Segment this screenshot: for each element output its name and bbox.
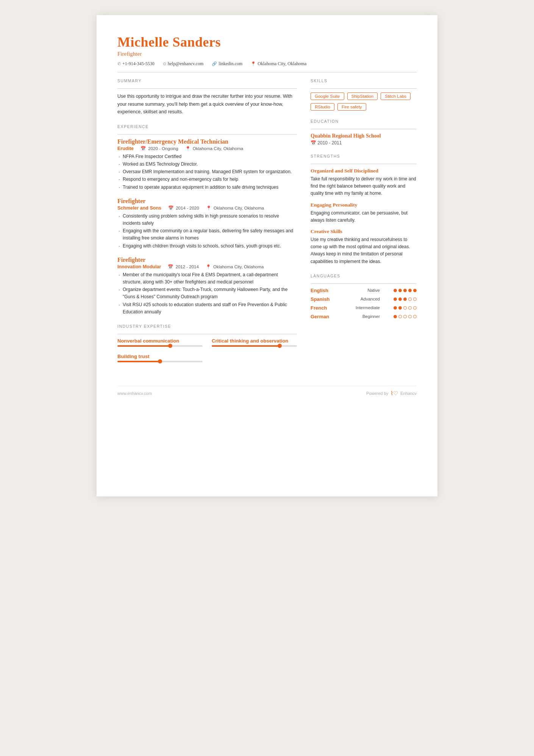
bullet: Engaging with the community on a regular…	[117, 227, 297, 242]
education-section: EDUCATION Quabbin Regional High School 📅…	[311, 119, 417, 146]
job-2-meta: Schmeler and Sons 📅 2014 - 2020 📍 Oklaho…	[117, 205, 297, 211]
dot	[403, 297, 407, 301]
contact-row: ✆ +1-914-345-5530 ⊙ help@enhancv.com 🔗 l…	[117, 61, 417, 67]
expertise-item-3-bar	[117, 361, 203, 362]
job-1-company: Erudite	[117, 146, 134, 151]
progress-dot	[168, 344, 172, 348]
job-1: Firefighter/Emergency Medical Technician…	[117, 138, 297, 191]
strength-2-text: Engaging communicator, can be persuasive…	[311, 210, 417, 224]
lang-spanish-dots	[393, 297, 417, 301]
expertise-item-3: Building trust	[117, 354, 203, 362]
skill-tags: Google Suite ShipStation Stitch Labs RSt…	[311, 92, 417, 111]
website-value: linkedin.com	[219, 61, 242, 67]
strengths-divider	[311, 164, 417, 164]
lang-english-level: Native	[350, 288, 380, 293]
bullet: Respond to emergency and non-emergency c…	[117, 176, 297, 183]
strength-3: Creative Skills Use my creative thinking…	[311, 229, 417, 265]
dot	[393, 297, 397, 301]
expertise-item-1: Nonverbal communication	[117, 338, 203, 347]
education-divider	[311, 129, 417, 129]
expertise-label: INDUSTRY EXPERTISE	[117, 324, 297, 329]
expertise-section: INDUSTRY EXPERTISE Nonverbal communicati…	[117, 324, 297, 362]
email-icon: ⊙	[163, 61, 166, 66]
bullet: Trained to operate apparatus equipment i…	[117, 184, 297, 191]
dot	[413, 289, 417, 292]
pin-icon: 📍	[206, 206, 211, 210]
strengths-label: STRENGTHS	[311, 154, 417, 158]
job-1-title: Firefighter/Emergency Medical Technician	[117, 138, 297, 145]
header-section: Michelle Sanders Firefighter ✆ +1-914-34…	[117, 34, 417, 67]
strength-2: Engaging Personality Engaging communicat…	[311, 202, 417, 224]
languages-section: LANGUAGES English Native Spa	[311, 274, 417, 319]
candidate-name: Michelle Sanders	[117, 34, 417, 50]
dot	[398, 306, 402, 310]
bullet: Member of the municipality's local Fire …	[117, 271, 297, 286]
skills-label: SKILLS	[311, 78, 417, 83]
dot	[408, 289, 412, 292]
dot	[398, 315, 402, 318]
lang-spanish-name: Spanish	[311, 296, 339, 302]
dot	[403, 315, 407, 318]
resume-page: Michelle Sanders Firefighter ✆ +1-914-34…	[97, 15, 437, 496]
location-icon: 📍	[251, 61, 256, 66]
calendar-icon: 📅	[141, 146, 146, 151]
job-3-dates: 📅 2012 - 2014	[168, 264, 199, 269]
job-3: Firefighter Innovation Modular 📅 2012 - …	[117, 257, 297, 316]
right-column: SKILLS Google Suite ShipStation Stitch L…	[311, 78, 417, 371]
dot	[398, 289, 402, 292]
languages-divider	[311, 283, 417, 284]
strength-1: Organized and Self Disciplined Take full…	[311, 168, 417, 197]
job-1-location: 📍 Oklahoma City, Oklahoma	[185, 146, 244, 151]
skill-tag-4: RStudio	[311, 103, 334, 111]
summary-text: Use this opportunity to intrigue and dra…	[117, 92, 297, 116]
lang-english: English Native	[311, 288, 417, 293]
lang-french-name: French	[311, 305, 339, 311]
education-label: EDUCATION	[311, 119, 417, 124]
job-3-location: 📍 Oklahoma City, Oklahoma	[206, 264, 264, 269]
skill-tag-5: Fire safety	[337, 103, 366, 111]
lang-english-dots	[393, 289, 417, 292]
powered-by-text: Powered by	[366, 391, 388, 396]
expertise-item-2: Critical thinking and observation	[212, 338, 297, 347]
footer-website: www.enhancv.com	[117, 391, 152, 396]
bullet: Oversaw EMR Implementation and training.…	[117, 168, 297, 175]
bullet: Consistently using problem solving skill…	[117, 213, 297, 227]
lang-german: German Beginner	[311, 314, 417, 319]
experience-section: EXPERIENCE Firefighter/Emergency Medical…	[117, 124, 297, 316]
email-contact: ⊙ help@enhancv.com	[163, 61, 204, 67]
pin-icon: 📍	[206, 265, 211, 269]
job-3-company: Innovation Modular	[117, 264, 161, 269]
dot	[408, 297, 412, 301]
strength-1-title: Organized and Self Disciplined	[311, 168, 417, 174]
expertise-item-2-label: Critical thinking and observation	[212, 338, 297, 344]
skills-divider	[311, 88, 417, 89]
lang-french-dots	[393, 306, 417, 310]
enhancv-logo-icon: ⌇♡	[390, 390, 398, 397]
progress-dot	[278, 344, 282, 348]
dot	[393, 289, 397, 292]
lang-english-name: English	[311, 288, 339, 293]
strength-3-text: Use my creative thinking and resourceful…	[311, 236, 417, 265]
summary-section: SUMMARY Use this opportunity to intrigue…	[117, 78, 297, 116]
lang-french-level: Intermediate	[350, 305, 380, 310]
header-divider	[117, 72, 417, 72]
dot	[393, 306, 397, 310]
phone-contact: ✆ +1-914-345-5530	[117, 61, 155, 67]
dot	[413, 297, 417, 301]
lang-german-dots	[393, 315, 417, 318]
lang-spanish: Spanish Advanced	[311, 296, 417, 302]
job-1-bullets: NFPA Fire Inspector Certified Worked as …	[117, 153, 297, 191]
phone-icon: ✆	[117, 61, 121, 66]
strengths-section: STRENGTHS Organized and Self Disciplined…	[311, 154, 417, 265]
calendar-icon: 📅	[168, 206, 173, 210]
lang-spanish-level: Advanced	[350, 297, 380, 301]
school-dates: 📅 2010 - 2011	[311, 140, 417, 146]
job-2-title: Firefighter	[117, 198, 297, 205]
expertise-item-2-bar	[212, 345, 297, 347]
expertise-item-3-label: Building trust	[117, 354, 203, 359]
phone-value: +1-914-345-5530	[122, 61, 155, 67]
skill-tag-2: ShipStation	[347, 92, 378, 100]
job-3-meta: Innovation Modular 📅 2012 - 2014 📍 Oklah…	[117, 264, 297, 269]
skills-section: SKILLS Google Suite ShipStation Stitch L…	[311, 78, 417, 111]
bullet: Engaging with children through visits to…	[117, 243, 297, 250]
